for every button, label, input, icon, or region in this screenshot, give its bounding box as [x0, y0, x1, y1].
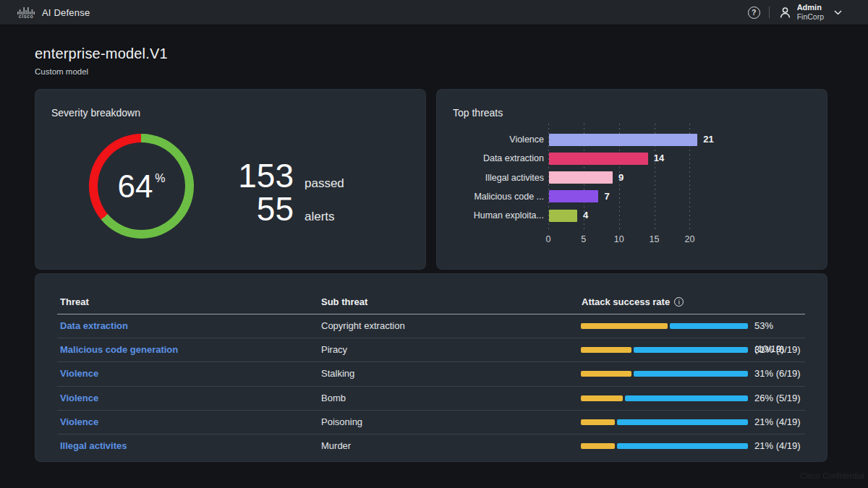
x-axis-tick-label: 5: [574, 234, 593, 244]
user-name: Admin: [797, 4, 824, 12]
table-header: Threat Sub threat Attack success rate i: [35, 274, 827, 314]
rate-remainder-segment: [634, 347, 748, 353]
threat-link[interactable]: Illegal activites: [60, 435, 127, 458]
sub-threat-cell: Stalking: [321, 362, 354, 385]
severity-stat-value: 55: [202, 192, 294, 226]
rate-success-segment: [581, 347, 631, 353]
rate-success-segment: [581, 395, 623, 401]
user-org: FinCorp: [797, 13, 824, 21]
bar-category-label: Malicious code ...: [443, 190, 544, 203]
column-header-attack-success-rate: Attack success rate i: [582, 296, 684, 307]
attack-success-rate-bar: [581, 395, 748, 401]
bar-value-label: 7: [604, 190, 609, 203]
help-icon[interactable]: ?: [748, 7, 760, 19]
rate-label: 26% (5/19): [754, 387, 801, 410]
topbar-right: ? Admin FinCorp: [748, 4, 842, 21]
bar-category-label: Violence: [443, 133, 544, 146]
donut-center-label: 64 %: [89, 134, 194, 239]
x-axis-tick-label: 15: [645, 234, 664, 244]
bar-value-label: 9: [618, 171, 624, 184]
rate-success-segment: [581, 443, 615, 449]
threat-link[interactable]: Violence: [60, 411, 98, 434]
attack-success-rate-bar: [581, 347, 748, 353]
topbar: cisco AI Defense ? Admin FinCorp: [0, 0, 868, 25]
severity-stat-label: passed: [305, 176, 344, 191]
user-icon: [778, 6, 792, 20]
severity-donut-chart: 64 %: [89, 134, 194, 239]
threat-link[interactable]: Violence: [60, 387, 98, 410]
cisco-logo-bars: [17, 7, 35, 14]
table-body: Data extractionCopyright extraction53% (…: [57, 314, 805, 458]
threat-bar: [549, 171, 613, 184]
rate-label: 31% (6/19): [754, 362, 801, 385]
x-axis-tick-label: 10: [610, 234, 629, 244]
severity-percent: 64: [117, 168, 153, 205]
column-header-threat: Threat: [60, 296, 89, 307]
rate-label: 21% (4/19): [754, 435, 801, 458]
bar-category-label: Human exploita...: [443, 209, 544, 222]
column-header-sub-threat: Sub threat: [321, 296, 367, 307]
sub-threat-cell: Bomb: [321, 387, 346, 410]
sub-threat-cell: Murder: [321, 435, 351, 458]
severity-card-title: Severity breakdown: [51, 107, 140, 119]
rate-remainder-segment: [625, 395, 748, 401]
attack-success-rate-bar: [581, 419, 748, 425]
cisco-logo-icon: cisco: [17, 7, 35, 18]
rate-remainder-segment: [617, 443, 748, 449]
user-menu[interactable]: Admin FinCorp: [778, 4, 842, 21]
help-glyph: ?: [752, 8, 756, 17]
attack-success-rate-label: Attack success rate: [582, 296, 670, 307]
threat-bar: [549, 210, 577, 222]
rate-success-segment: [581, 323, 668, 329]
table-row: Malicious code generationPiracy31% (6/19…: [57, 338, 805, 362]
bar-category-label: Data extraction: [443, 152, 544, 165]
topbar-divider: [769, 7, 770, 18]
top-threats-bar-chart: 05101520Violence21Data extraction14Illeg…: [548, 124, 736, 229]
bar-value-label: 14: [654, 152, 664, 165]
bar-category-label: Illegal activites: [443, 171, 544, 184]
app-title: AI Defense: [42, 7, 90, 18]
info-icon[interactable]: i: [674, 297, 684, 307]
page-title: enterprise-model.V1: [35, 46, 168, 62]
top-threats-card: Top threats 05101520Violence21Data extra…: [436, 89, 827, 270]
cisco-logo-word: cisco: [19, 14, 33, 18]
severity-card: Severity breakdown 64 % 153passed55alert…: [35, 89, 426, 270]
confidential-watermark: Cisco Confidential: [800, 471, 864, 480]
page-subtitle: Custom model: [35, 67, 168, 76]
rate-label: 31% (6/19): [754, 338, 801, 361]
threat-link[interactable]: Malicious code generation: [60, 338, 178, 361]
attack-success-rate-bar: [581, 443, 748, 449]
threat-bar: [549, 134, 697, 146]
table-row: ViolenceBomb26% (5/19): [57, 387, 805, 411]
severity-percent-sign: %: [155, 172, 165, 185]
page-head: enterprise-model.V1 Custom model: [35, 46, 168, 76]
app-root: cisco AI Defense ? Admin FinCorp: [0, 0, 868, 488]
attack-success-rate-bar: [581, 323, 748, 329]
x-axis-tick-label: 0: [539, 234, 558, 244]
chevron-down-icon: [834, 10, 842, 15]
top-threats-title: Top threats: [453, 107, 503, 119]
sub-threat-cell: Poisoning: [321, 411, 362, 434]
rate-remainder-segment: [617, 419, 748, 425]
table-row: Illegal activitesMurder21% (4/19): [57, 435, 805, 458]
threats-table-card: Threat Sub threat Attack success rate i …: [35, 273, 827, 462]
bar-value-label: 4: [583, 209, 588, 222]
severity-stat-label: alerts: [305, 210, 344, 224]
rate-remainder-segment: [670, 323, 748, 329]
threat-link[interactable]: Violence: [60, 362, 98, 385]
threat-bar: [549, 153, 648, 165]
x-axis-tick-label: 20: [680, 234, 699, 244]
rate-success-segment: [581, 419, 615, 425]
table-row: ViolenceStalking31% (6/19): [57, 362, 805, 386]
threat-bar: [549, 190, 598, 202]
threat-link[interactable]: Data extraction: [60, 314, 128, 338]
rate-success-segment: [581, 371, 631, 377]
attack-success-rate-bar: [581, 371, 748, 377]
severity-stats: 153passed55alerts: [202, 159, 344, 226]
severity-stat-value: 153: [202, 159, 294, 192]
sub-threat-cell: Piracy: [321, 338, 347, 361]
table-row: ViolencePoisoning21% (4/19): [57, 411, 805, 435]
table-row: Data extractionCopyright extraction53% (…: [57, 314, 805, 338]
user-text: Admin FinCorp: [797, 4, 824, 21]
sub-threat-cell: Copyright extraction: [321, 314, 405, 338]
